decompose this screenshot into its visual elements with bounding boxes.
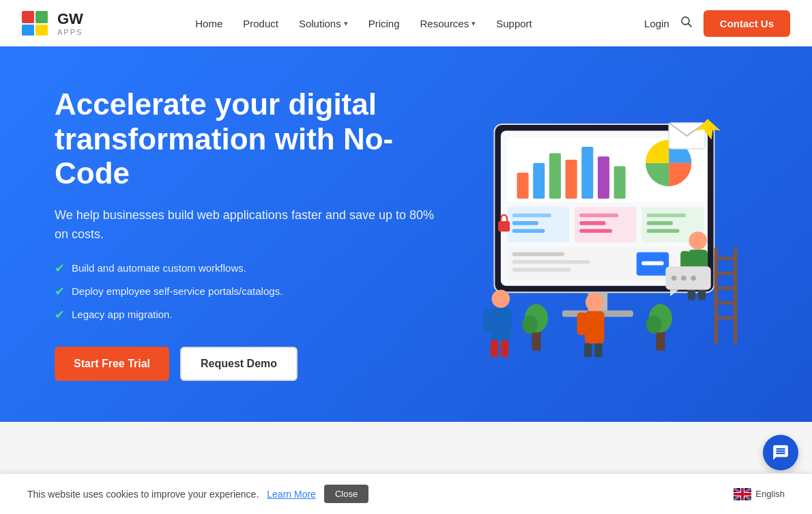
nav-solutions[interactable]: Solutions ▾ (291, 12, 356, 35)
svg-rect-56 (734, 247, 738, 344)
hero-title: Accelerate your digital transformation w… (55, 87, 434, 191)
svg-point-43 (689, 231, 708, 250)
svg-rect-42 (501, 340, 508, 357)
language-label: English (755, 489, 785, 499)
svg-point-74 (691, 275, 697, 281)
gw-apps-logo-icon (22, 11, 52, 35)
logo-text: GW APPS (57, 10, 83, 36)
svg-rect-84 (734, 493, 751, 496)
language-selector[interactable]: English (734, 488, 785, 500)
logo-area: GW APPS (22, 10, 83, 36)
svg-line-5 (688, 23, 691, 27)
svg-rect-22 (512, 213, 551, 217)
svg-rect-26 (580, 221, 606, 225)
svg-rect-12 (533, 163, 545, 199)
svg-rect-25 (580, 213, 619, 217)
hero-features: ✔ Build and automate custom workflows. ✔… (55, 261, 434, 322)
svg-rect-60 (714, 301, 738, 304)
svg-rect-28 (647, 213, 686, 217)
svg-rect-15 (582, 147, 594, 199)
svg-rect-55 (714, 247, 719, 344)
svg-rect-39 (484, 309, 493, 332)
start-free-trial-button[interactable]: Start Free Trial (55, 347, 169, 381)
svg-rect-70 (498, 221, 510, 231)
search-button[interactable] (680, 16, 693, 31)
hero-section: Accelerate your digital transformation w… (0, 46, 812, 422)
svg-rect-34 (512, 268, 570, 272)
svg-rect-1 (35, 11, 48, 23)
chat-icon (772, 444, 789, 461)
svg-rect-51 (577, 312, 586, 334)
svg-rect-52 (595, 312, 604, 334)
feature-item-1: ✔ Build and automate custom workflows. (55, 261, 434, 276)
svg-rect-3 (35, 25, 48, 35)
nav-home[interactable]: Home (187, 12, 231, 35)
feature-item-3: ✔ Legacy app migration. (55, 307, 434, 322)
resources-chevron-icon: ▾ (472, 19, 476, 28)
svg-rect-11 (517, 173, 529, 199)
svg-rect-41 (491, 340, 498, 357)
feature-text-1: Build and automate custom workflows. (72, 262, 246, 274)
svg-rect-24 (512, 229, 545, 233)
contact-us-button[interactable]: Contact Us (704, 10, 790, 37)
svg-rect-61 (714, 316, 738, 319)
svg-rect-17 (614, 166, 626, 198)
hero-left: Accelerate your digital transformation w… (55, 87, 434, 381)
cookie-message: This website uses cookies to improve you… (27, 489, 259, 500)
nav-support[interactable]: Support (488, 12, 540, 35)
svg-point-64 (522, 315, 538, 334)
search-icon (680, 16, 693, 28)
hero-subtitle: We help businesses build web application… (55, 206, 434, 244)
svg-rect-36 (642, 261, 664, 266)
learn-more-link[interactable]: Learn More (267, 489, 316, 500)
svg-rect-53 (584, 343, 592, 357)
svg-rect-33 (512, 260, 590, 264)
svg-rect-27 (580, 229, 612, 233)
svg-point-67 (646, 315, 662, 334)
nav-right: Login Contact Us (644, 10, 790, 37)
hero-illustration (434, 111, 762, 357)
nav-pricing[interactable]: Pricing (360, 12, 408, 35)
svg-rect-13 (549, 153, 561, 198)
svg-rect-32 (512, 252, 564, 256)
solutions-chevron-icon: ▾ (344, 19, 348, 28)
svg-point-49 (585, 293, 604, 311)
feature-item-2: ✔ Deploy employee self-service portals/c… (55, 284, 434, 299)
svg-rect-30 (647, 229, 679, 233)
svg-rect-40 (503, 309, 512, 332)
cookie-banner: This website uses cookies to improve you… (0, 473, 812, 514)
uk-flag-icon (734, 488, 751, 500)
svg-point-72 (671, 275, 677, 281)
navbar: GW APPS Home Product Solutions ▾ Pricing… (0, 0, 812, 46)
request-demo-button[interactable]: Request Demo (180, 347, 298, 381)
svg-rect-23 (512, 221, 538, 225)
nav-product[interactable]: Product (235, 12, 287, 35)
svg-rect-29 (647, 221, 673, 225)
nav-resources[interactable]: Resources ▾ (412, 12, 484, 35)
close-cookie-button[interactable]: Close (324, 485, 368, 503)
svg-rect-16 (598, 156, 609, 199)
svg-rect-58 (714, 272, 738, 275)
chat-widget[interactable] (763, 435, 798, 470)
nav-links: Home Product Solutions ▾ Pricing Resourc… (187, 12, 540, 35)
svg-rect-2 (22, 25, 34, 35)
feature-text-2: Deploy employee self-service portals/cat… (72, 285, 282, 297)
svg-rect-59 (714, 287, 738, 290)
svg-rect-0 (22, 11, 34, 23)
svg-point-37 (492, 289, 510, 308)
check-icon-2: ✔ (55, 284, 65, 299)
login-link[interactable]: Login (644, 18, 669, 29)
hero-right (434, 104, 762, 364)
svg-rect-14 (566, 160, 577, 199)
svg-point-73 (681, 275, 686, 281)
hero-buttons: Start Free Trial Request Demo (55, 347, 434, 381)
check-icon-1: ✔ (55, 261, 65, 276)
feature-text-3: Legacy app migration. (72, 309, 173, 320)
check-icon-3: ✔ (55, 307, 65, 322)
svg-rect-54 (594, 343, 602, 357)
svg-rect-57 (714, 257, 738, 260)
